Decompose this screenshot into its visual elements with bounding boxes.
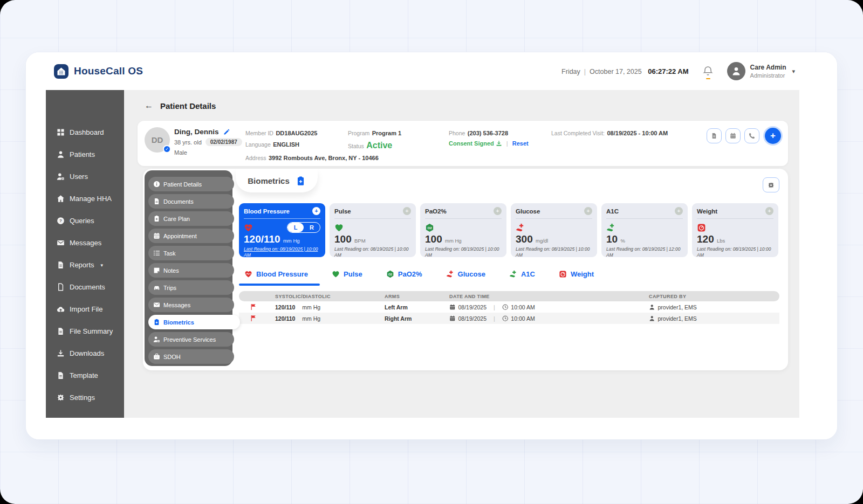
metric-value: 300	[516, 233, 533, 245]
bell-icon[interactable]	[703, 65, 713, 77]
biometric-tab-glucose[interactable]: Glucose	[446, 270, 485, 278]
side-tab-preventive-services[interactable]: Preventive Services	[148, 332, 234, 347]
side-tab-label: Task	[163, 250, 176, 257]
side-tab-task[interactable]: Task	[148, 246, 234, 260]
arm-toggle-right: R	[304, 224, 320, 231]
metric-card-weight[interactable]: Weight+120 LbsLast Reading on: 08/19/202…	[692, 203, 778, 257]
metric-card-pao2[interactable]: PaO2%+O2100 mm HgLast Reading on: 08/19/…	[420, 203, 506, 257]
add-reading-button[interactable]: +	[675, 207, 683, 215]
side-tab-notes[interactable]: Notes	[148, 263, 234, 278]
side-tab-appointment[interactable]: Appointment	[148, 229, 234, 243]
person-icon	[57, 150, 65, 158]
side-tab-documents[interactable]: Documents	[148, 194, 234, 209]
sidebar-item-reports[interactable]: Reports▾	[46, 254, 124, 276]
sidebar-item-dashboard[interactable]: Dashboard	[46, 121, 124, 143]
sidebar-item-downloads[interactable]: Downloads	[46, 342, 124, 364]
biometric-tab-blood-pressure[interactable]: Blood Pressure	[244, 270, 308, 278]
add-reading-button[interactable]: +	[584, 207, 592, 215]
metric-title: Glucose	[516, 208, 540, 215]
document-button[interactable]	[707, 128, 722, 143]
metric-card-glucose[interactable]: Glucose+300 mg/dlLast Reading on: 08/19/…	[511, 203, 597, 257]
table-row[interactable]: 120/110 mm HgLeft Arm08/19/2025|10:00 AM…	[239, 301, 779, 313]
sidebar-item-queries[interactable]: ?Queries	[46, 210, 124, 232]
avatar-person-icon	[727, 62, 745, 80]
arm-toggle[interactable]: LR	[287, 222, 320, 233]
sidebar-item-documents[interactable]: Documents	[46, 276, 124, 298]
sidebar-item-manage-hha[interactable]: Manage HHA	[46, 188, 124, 210]
patient-dob-badge: 02/02/1987	[206, 138, 242, 146]
sidebar-item-patients[interactable]: Patients	[46, 143, 124, 165]
sidebar-item-users[interactable]: Users	[46, 165, 124, 188]
back-arrow-icon[interactable]: ←	[145, 101, 153, 111]
table-row[interactable]: 120/110 mm HgRight Arm08/19/2025|10:00 A…	[239, 313, 779, 324]
brand: HouseCall OS	[54, 64, 143, 79]
biometric-tab-pulse[interactable]: Pulse	[332, 270, 362, 278]
user-role: Administrator	[750, 72, 786, 79]
side-tab-label: Biometrics	[163, 319, 194, 326]
car-icon	[153, 284, 160, 291]
calendar-button[interactable]	[725, 128, 741, 143]
cloud-up-icon	[57, 305, 65, 313]
add-reading-button[interactable]: +	[312, 207, 320, 215]
side-tab-messages[interactable]: Messages	[148, 298, 234, 312]
side-tab-biometrics[interactable]: Biometrics	[148, 315, 240, 329]
reading-date: 08/19/2025	[458, 304, 487, 310]
side-tab-label: Patient Details	[163, 181, 202, 188]
user-gear-icon	[57, 172, 65, 181]
biometric-tab-label: PaO2%	[398, 270, 422, 278]
biometrics-panel: Patient DetailsDocumentsCare PlanAppoint…	[143, 169, 788, 370]
phone-icon	[749, 133, 755, 139]
sidebar-item-label: File Summary	[70, 327, 113, 335]
sidebar-item-label: Manage HHA	[70, 195, 112, 203]
metric-last-reading: Last Reading on: 08/19/2025 | 12:00 AM	[606, 246, 683, 258]
download-consent-icon[interactable]	[496, 140, 502, 147]
side-tab-care-plan[interactable]: Care Plan	[148, 211, 234, 226]
reset-consent-link[interactable]: Reset	[512, 140, 529, 147]
side-tab-label: Preventive Services	[163, 336, 216, 343]
metric-card-a1c[interactable]: A1C+10 %Last Reading on: 08/19/2025 | 12…	[601, 203, 688, 257]
program-label: Program	[348, 130, 369, 136]
metric-title: PaO2%	[425, 208, 447, 215]
active-tab-underline	[239, 284, 320, 286]
calendar-icon	[730, 133, 736, 139]
sidebar-item-settings[interactable]: Settings	[46, 386, 124, 409]
metric-unit: BPM	[354, 238, 366, 244]
call-button[interactable]	[744, 128, 759, 143]
edit-pencil-icon[interactable]	[223, 129, 230, 135]
biometric-tab-pao2[interactable]: O2PaO2%	[386, 270, 422, 278]
hand-cross-icon	[446, 270, 454, 278]
calendar-icon	[153, 232, 160, 239]
user-menu[interactable]: Care Admin Administrator ▾	[727, 62, 795, 80]
metric-title: Pulse	[334, 208, 351, 215]
side-tab-label: SDOH	[163, 354, 181, 360]
sidebar-item-file-summary[interactable]: File Summary	[46, 320, 124, 342]
sidebar-item-import-file[interactable]: Import File	[46, 298, 124, 320]
captured-by: provider1, EMS	[658, 315, 697, 322]
side-tab-patient-details[interactable]: Patient Details	[148, 177, 234, 191]
house-icon	[57, 195, 65, 203]
hand-cross-icon	[516, 223, 525, 232]
biometric-tab-weight[interactable]: Weight	[559, 270, 594, 278]
add-reading-button[interactable]: +	[403, 207, 411, 215]
metric-value: 120	[697, 233, 714, 245]
svg-text:O2: O2	[428, 226, 433, 230]
question-icon: ?	[57, 217, 65, 225]
add-reading-button[interactable]: +	[494, 207, 502, 215]
tasks-icon	[153, 250, 160, 257]
sidebar-item-template[interactable]: Template	[46, 364, 124, 386]
patient-gender: Male	[174, 149, 187, 156]
clock-time: 06:27:22 AM	[648, 67, 688, 75]
metric-unit: mg/dl	[536, 238, 548, 244]
heart-icon	[334, 223, 344, 232]
panel-settings-button[interactable]	[763, 177, 779, 192]
metric-card-blood-pressure[interactable]: Blood Pressure+LR120/110 mm HgLast Readi…	[239, 203, 325, 257]
biometric-tab-a1c[interactable]: A1C	[509, 270, 535, 278]
sidebar-item-messages[interactable]: Messages	[46, 232, 124, 254]
biometric-tab-label: Blood Pressure	[256, 270, 308, 278]
add-button[interactable]: +	[765, 128, 781, 144]
metric-card-pulse[interactable]: Pulse+100 BPMLast Reading on: 08/19/2025…	[330, 203, 416, 257]
side-tab-sdoh[interactable]: SDOH	[148, 349, 234, 364]
add-reading-button[interactable]: +	[765, 207, 773, 215]
metric-last-reading: Last Reading on: 08/19/2025 | 10:00 AM	[516, 246, 592, 258]
side-tab-trips[interactable]: Trips	[148, 280, 234, 295]
